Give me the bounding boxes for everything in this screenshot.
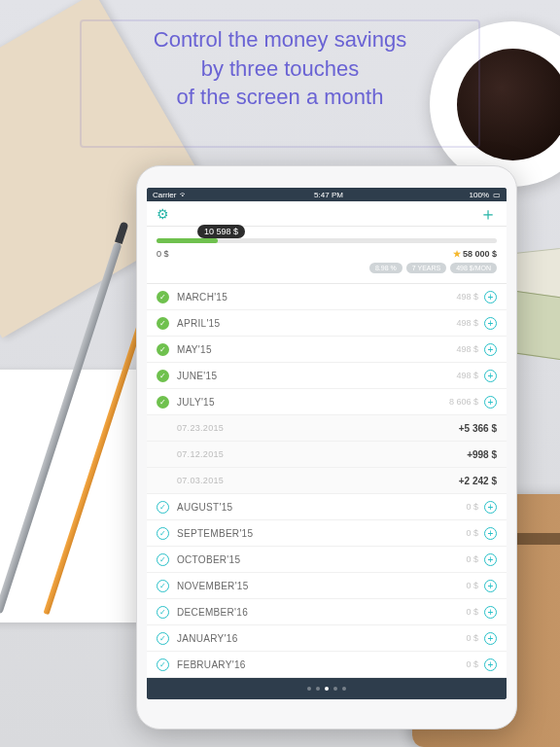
list-item[interactable]: ✓OCTOBER'150 $+ (147, 547, 507, 573)
page-indicator[interactable] (147, 678, 507, 699)
month-label: 07.03.2015 (177, 476, 459, 485)
amount-label: 0 $ (466, 581, 478, 590)
month-label: FEBRUARY'16 (177, 659, 466, 670)
add-entry-button[interactable]: + (484, 553, 497, 566)
amount-label: +5 366 $ (459, 423, 497, 434)
add-entry-button[interactable]: + (484, 291, 497, 303)
month-label: 07.23.2015 (177, 423, 459, 433)
amount-label: 0 $ (466, 659, 478, 669)
add-entry-button[interactable]: + (484, 658, 497, 671)
check-done-icon[interactable]: ✓ (157, 317, 169, 330)
progress-goal: ★58 000 $ (453, 249, 497, 259)
monthly-pill[interactable]: 498 $/MON (450, 263, 497, 273)
add-entry-button[interactable]: + (484, 370, 497, 382)
term-pill[interactable]: 7 YEARS (406, 263, 446, 273)
list-item[interactable]: ✓MAY'15498 $+ (147, 337, 507, 363)
clock: 5:47 PM (314, 191, 343, 199)
list-item[interactable]: ✓SEPTEMBER'150 $+ (147, 520, 507, 547)
amount-label: 498 $ (456, 292, 478, 302)
amount-label: 0 $ (466, 633, 478, 643)
add-entry-button[interactable]: + (484, 606, 497, 619)
month-label: MARCH'15 (177, 292, 456, 302)
amount-label: 498 $ (456, 371, 478, 380)
months-list[interactable]: ✓MARCH'15498 $+✓APRIL'15498 $+✓MAY'15498… (147, 284, 507, 678)
progress-bar[interactable]: 10 598 $ (157, 238, 497, 243)
month-label: JANUARY'16 (177, 633, 466, 644)
amount-label: +998 $ (467, 449, 497, 460)
check-empty-icon[interactable]: ✓ (157, 501, 169, 514)
month-label: APRIL'15 (177, 318, 456, 329)
list-item[interactable]: ✓JUNE'15498 $+ (147, 363, 507, 389)
list-item[interactable]: ✓FEBRUARY'160 $+ (147, 652, 507, 678)
amount-label: 0 $ (466, 607, 478, 617)
month-label: MAY'15 (177, 344, 456, 355)
check-done-icon[interactable]: ✓ (157, 291, 169, 303)
add-entry-button[interactable]: + (484, 343, 497, 356)
star-icon: ★ (453, 249, 461, 259)
check-empty-icon[interactable]: ✓ (157, 606, 169, 619)
check-done-icon[interactable]: ✓ (157, 343, 169, 356)
month-label: JULY'15 (177, 397, 449, 408)
amount-label: 0 $ (466, 554, 478, 564)
rate-pill[interactable]: 8.98 % (369, 263, 402, 273)
add-entry-button[interactable]: + (484, 501, 497, 514)
current-amount-badge: 10 598 $ (197, 225, 245, 238)
list-item[interactable]: ✓AUGUST'150 $+ (147, 494, 507, 520)
check-done-icon[interactable]: ✓ (157, 370, 169, 382)
amount-label: 8 606 $ (449, 397, 478, 407)
month-label: AUGUST'15 (177, 502, 466, 513)
check-empty-icon[interactable]: ✓ (157, 580, 169, 592)
add-entry-button[interactable]: + (484, 396, 497, 409)
month-label: OCTOBER'15 (177, 554, 466, 565)
amount-label: 498 $ (456, 318, 478, 328)
wifi-icon: ᯤ (180, 191, 188, 199)
battery-label: 100% (470, 191, 489, 199)
check-done-icon[interactable]: ✓ (157, 396, 169, 409)
list-item[interactable]: 07.12.2015+998 $ (147, 442, 507, 468)
goal-progress: 10 598 $ 0 $ ★58 000 $ 8.98 % 7 YEARS 49… (147, 227, 507, 284)
check-empty-icon[interactable]: ✓ (157, 553, 169, 566)
check-empty-icon[interactable]: ✓ (157, 527, 169, 540)
add-button[interactable]: ＋ (479, 202, 497, 226)
amount-label: +2 242 $ (459, 476, 497, 486)
month-label: JUNE'15 (177, 371, 456, 381)
gear-icon[interactable]: ⚙ (157, 206, 169, 222)
battery-icon: ▭ (493, 191, 501, 199)
check-empty-icon[interactable]: ✓ (157, 632, 169, 645)
month-label: 07.12.2015 (177, 449, 467, 459)
list-item[interactable]: ✓JANUARY'160 $+ (147, 625, 507, 652)
month-label: SEPTEMBER'15 (177, 528, 466, 539)
tablet-device: Carrierᯤ 5:47 PM 100%▭ ⚙ ＋ 10 598 $ 0 $ … (136, 165, 517, 729)
list-item[interactable]: ✓NOVEMBER'150 $+ (147, 573, 507, 599)
check-empty-icon[interactable]: ✓ (157, 658, 169, 671)
marketing-headline: Control the money savings by three touch… (86, 25, 474, 142)
toolbar: ⚙ ＋ (147, 201, 507, 227)
paper-sheet (0, 370, 156, 622)
list-item[interactable]: ✓JULY'158 606 $+ (147, 389, 507, 415)
list-item[interactable]: ✓APRIL'15498 $+ (147, 310, 507, 337)
add-entry-button[interactable]: + (484, 632, 497, 645)
amount-label: 0 $ (466, 528, 478, 538)
progress-min: 0 $ (157, 249, 169, 259)
list-item[interactable]: ✓DECEMBER'160 $+ (147, 599, 507, 625)
status-bar: Carrierᯤ 5:47 PM 100%▭ (147, 188, 507, 201)
add-entry-button[interactable]: + (484, 527, 497, 540)
list-item[interactable]: ✓MARCH'15498 $+ (147, 284, 507, 310)
list-item[interactable]: 07.23.2015+5 366 $ (147, 415, 507, 442)
amount-label: 0 $ (466, 502, 478, 512)
amount-label: 498 $ (456, 344, 478, 354)
add-entry-button[interactable]: + (484, 580, 497, 592)
month-label: NOVEMBER'15 (177, 581, 466, 591)
carrier-label: Carrier (153, 191, 176, 199)
list-item[interactable]: 07.03.2015+2 242 $ (147, 468, 507, 494)
month-label: DECEMBER'16 (177, 607, 466, 618)
add-entry-button[interactable]: + (484, 317, 497, 330)
